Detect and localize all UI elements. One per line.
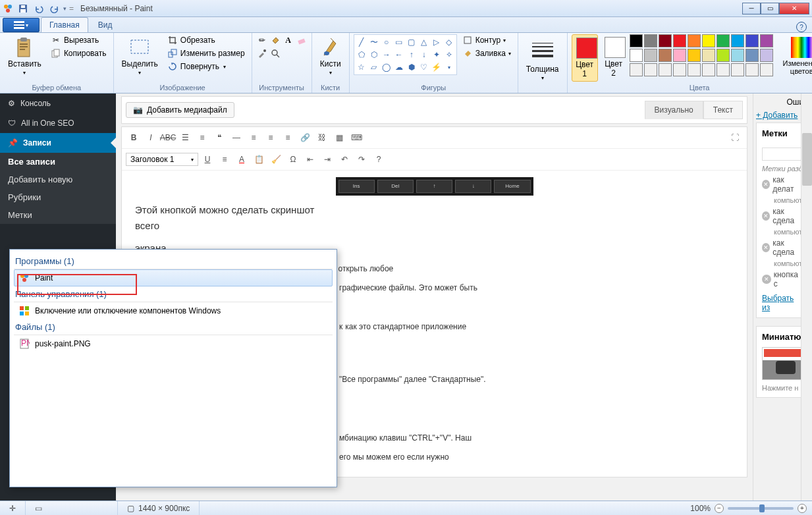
- color-swatch[interactable]: [630, 34, 643, 47]
- align-left-button[interactable]: ≡: [246, 130, 261, 146]
- color-swatch[interactable]: [745, 63, 759, 76]
- qat-dropdown[interactable]: ▾: [63, 5, 67, 12]
- remove-tag-icon[interactable]: ✕: [762, 243, 770, 252]
- color-swatch[interactable]: [688, 34, 701, 47]
- link-button[interactable]: 🔗: [297, 130, 313, 146]
- color-swatch[interactable]: [731, 34, 744, 47]
- sidebar-console[interactable]: ⚙Консоль: [0, 94, 116, 113]
- fill-tool[interactable]: [269, 34, 281, 46]
- outline-button[interactable]: Контур▾: [460, 34, 514, 46]
- heading-select[interactable]: Заголовок 1▾: [126, 153, 198, 166]
- clear-format-button[interactable]: 🧹: [268, 151, 284, 167]
- ol-button[interactable]: ≡: [194, 130, 210, 146]
- color-swatch[interactable]: [630, 63, 643, 76]
- align-center-button[interactable]: ≡: [263, 130, 279, 146]
- quote-button[interactable]: ❝: [211, 130, 227, 146]
- tab-text[interactable]: Текст: [703, 101, 743, 119]
- color-swatch[interactable]: [760, 34, 773, 47]
- copy-button[interactable]: Копировать: [48, 47, 109, 59]
- color-swatch[interactable]: [630, 49, 643, 62]
- sm-file-item[interactable]: PNG pusk-paint.PNG: [14, 335, 333, 352]
- color-swatch[interactable]: [717, 34, 730, 47]
- tag-item[interactable]: ✕кнопка с: [762, 270, 803, 288]
- color-swatch[interactable]: [644, 49, 657, 62]
- unlink-button[interactable]: ⛓: [314, 130, 330, 146]
- crop-button[interactable]: Обрезать: [165, 34, 248, 46]
- color-swatch[interactable]: [745, 49, 759, 62]
- strike-button[interactable]: ABC: [160, 130, 176, 146]
- save-button[interactable]: [16, 2, 30, 15]
- tags-input[interactable]: [762, 148, 803, 161]
- help-icon[interactable]: ?: [796, 22, 807, 32]
- paste-text-button[interactable]: 📋: [251, 151, 267, 167]
- color-swatch[interactable]: [659, 34, 672, 47]
- zoom-out-button[interactable]: −: [715, 504, 724, 513]
- sidebar-all-posts[interactable]: Все записи: [0, 153, 116, 171]
- zoom-slider[interactable]: [728, 507, 794, 510]
- file-menu-button[interactable]: ▾: [3, 18, 40, 32]
- color1-button[interactable]: Цвет 1: [572, 34, 598, 82]
- sm-components-item[interactable]: Включение или отключение компонентов Win…: [14, 302, 333, 319]
- fill-button[interactable]: Заливка▾: [460, 47, 514, 59]
- color-swatch[interactable]: [673, 34, 686, 47]
- resize-button[interactable]: Изменить размер: [165, 47, 248, 59]
- remove-tag-icon[interactable]: ✕: [762, 275, 771, 284]
- tab-visual[interactable]: Визуально: [645, 101, 703, 119]
- select-button[interactable]: Выделить▾: [118, 34, 162, 78]
- undo-editor-button[interactable]: ↶: [337, 151, 352, 167]
- ul-button[interactable]: ☰: [177, 130, 193, 146]
- minimize-button[interactable]: ─: [742, 3, 761, 14]
- tab-view[interactable]: Вид: [90, 17, 121, 32]
- color2-button[interactable]: Цвет 2: [601, 34, 627, 80]
- text-tool[interactable]: A: [283, 34, 294, 46]
- color-swatch[interactable]: [659, 49, 672, 62]
- color-swatch[interactable]: [688, 49, 701, 62]
- underline-button[interactable]: U: [200, 151, 215, 167]
- color-swatch[interactable]: [673, 49, 686, 62]
- thickness-button[interactable]: Толщина▾: [522, 34, 563, 84]
- sidebar-posts[interactable]: 📌Записи: [0, 133, 116, 153]
- sm-paint-item[interactable]: Paint: [14, 269, 333, 286]
- remove-tag-icon[interactable]: ✕: [762, 211, 770, 221]
- color-swatch[interactable]: [688, 63, 701, 76]
- color-swatch[interactable]: [702, 49, 715, 62]
- sidebar-add-new[interactable]: Добавить новую: [0, 171, 116, 188]
- maximize-button[interactable]: ▭: [761, 3, 779, 14]
- tab-main[interactable]: Главная: [41, 17, 88, 32]
- shapes-gallery[interactable]: ╱〜○▭▢△▷◇ ⬠⬡→←↑↓✦✧ ☆▱◯☁⬢♡⚡▾: [354, 34, 457, 75]
- sidebar-categories[interactable]: Рубрики: [0, 188, 116, 206]
- choose-tags-link[interactable]: Выбрать из: [762, 294, 794, 312]
- color-swatch[interactable]: [644, 63, 657, 76]
- color-swatch[interactable]: [760, 63, 773, 76]
- sidebar-seo[interactable]: 🛡All in One SEO: [0, 113, 116, 133]
- pencil-tool[interactable]: ✏: [256, 34, 268, 46]
- eraser-tool[interactable]: [296, 34, 308, 46]
- italic-button[interactable]: I: [143, 130, 159, 146]
- color-swatch[interactable]: [702, 63, 715, 76]
- redo-editor-button[interactable]: ↷: [354, 151, 369, 167]
- edit-colors-button[interactable]: Изменение цветов: [776, 34, 812, 78]
- more-button[interactable]: ▦: [331, 130, 347, 146]
- outdent-button[interactable]: ⇤: [302, 151, 318, 167]
- add-link[interactable]: + Добавить: [756, 111, 798, 120]
- magnifier-tool[interactable]: [269, 47, 281, 59]
- color-swatch[interactable]: [659, 63, 672, 76]
- toolbar-toggle-button[interactable]: ⌨: [348, 130, 364, 146]
- close-button[interactable]: ✕: [779, 3, 809, 14]
- sidebar-tags[interactable]: Метки: [0, 206, 116, 224]
- undo-button[interactable]: [32, 2, 46, 15]
- fullscreen-button[interactable]: ⛶: [727, 130, 743, 146]
- justify-button[interactable]: ≡: [217, 151, 232, 167]
- zoom-in-button[interactable]: +: [798, 504, 807, 513]
- charmap-button[interactable]: Ω: [285, 151, 301, 167]
- tag-item[interactable]: ✕как сдела: [762, 207, 803, 225]
- color-swatch[interactable]: [717, 49, 730, 62]
- paste-button[interactable]: Вставить ▾: [4, 34, 45, 78]
- remove-tag-icon[interactable]: ✕: [762, 180, 770, 189]
- color-swatch[interactable]: [731, 49, 744, 62]
- color-swatch[interactable]: [702, 34, 715, 47]
- picker-tool[interactable]: [256, 47, 268, 59]
- color-swatch[interactable]: [673, 63, 686, 76]
- redo-button[interactable]: [47, 2, 62, 15]
- tag-item[interactable]: ✕как сдела: [762, 238, 803, 257]
